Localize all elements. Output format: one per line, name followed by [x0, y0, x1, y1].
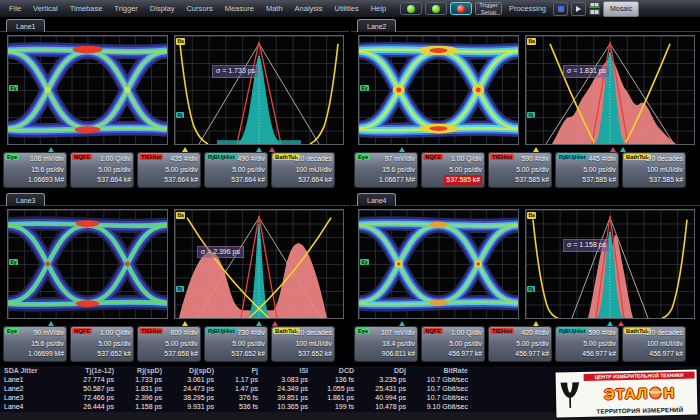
tab-lane3[interactable]: Lane3 — [6, 193, 45, 206]
menu-help[interactable]: Help — [365, 4, 392, 13]
lane2-bathtub-descriptor[interactable]: BathTub 2.0 decades100 mUI/div537.585 k# — [622, 152, 686, 188]
lane4-rjbujhist-descriptor[interactable]: RjBUjHist 590 #/div5.00 ps/div456.977 k# — [555, 326, 619, 362]
eye-diagram-lane3 — [8, 210, 167, 318]
menu-items: File Vertical Timebase Trigger Display C… — [3, 4, 392, 13]
descriptor-label: TIEHist — [490, 328, 514, 334]
menu-measure[interactable]: Measure — [219, 4, 260, 13]
play-button[interactable] — [571, 2, 586, 16]
tab-lane1[interactable]: Lane1 — [6, 19, 45, 32]
sigma-readout: σ = 1.831 ps — [563, 65, 610, 78]
lane2-tiehist-descriptor[interactable]: TIEHist 590 #/div5.00 ps/div537.585 k# — [488, 152, 552, 188]
lane4-nqfe-descriptor[interactable]: NQFE 1.00 Q/div5.00 ps/div456.977 k# — [421, 326, 485, 362]
lane4-jitter-plot[interactable]: Ba Rj σ = 1.158 ps — [525, 209, 695, 319]
lane4-descriptors: Eye 107 mV/div18.4 ps/div906.811 k# NQFE… — [354, 326, 686, 362]
pause-button[interactable] — [553, 2, 568, 16]
lane3-plots: Ey Ba Rj σ = 2.396 ps — [0, 205, 349, 322]
pribor-circle-icon: ПРИБОР — [649, 386, 662, 399]
lane3-jitter-plot[interactable]: Ba Rj σ = 2.396 ps — [174, 209, 344, 319]
lane2-jitter-plot[interactable]: Ba Rj σ = 1.831 ps — [525, 35, 695, 145]
lane4-tiehist-descriptor[interactable]: TIEHist 420 #/div5.00 ps/div456.977 k# — [488, 326, 552, 362]
lane3-eye-plot[interactable]: Ey — [7, 209, 168, 319]
lane1-descriptors: Eye 108 mV/div15.6 ps/div1.06693 M# NQFE… — [3, 152, 335, 188]
tab-lane4[interactable]: Lane4 — [357, 193, 396, 206]
lane3-eye-descriptor[interactable]: Eye 90 mV/div15.6 ps/div1.06699 M# — [3, 326, 67, 362]
bathtub-axis-chip: Ba — [176, 212, 185, 219]
lane3-nqfe-descriptor[interactable]: NQFE 1.00 Q/div5.00 ps/div537.652 k# — [70, 326, 134, 362]
mosaic-label: Mosaic — [610, 5, 632, 12]
tab-label: Lane3 — [16, 197, 35, 204]
eye-diagram-lane1 — [8, 36, 167, 144]
lane1-bathtub-descriptor[interactable]: BathTub 2.0 decades100 mUI/div537.664 k# — [271, 152, 335, 188]
lane3-tiehist-descriptor[interactable]: TIEHist 800 #/div5.00 ps/div537.658 k# — [137, 326, 201, 362]
lane1-plots: Ey Ba Rj σ = 1.733 ps — [0, 31, 349, 148]
green-indicator-icon — [407, 5, 415, 13]
lane1-panel: Lane1 Ey Ba Rj — [0, 19, 349, 191]
toolbar: Trigger Setup Processing Mosaic — [400, 1, 639, 17]
red-indicator-icon — [457, 5, 465, 13]
lane1-nqfe-descriptor[interactable]: NQFE 1.00 Q/div5.00 ps/div537.664 k# — [70, 152, 134, 188]
descriptor-label: TIEHist — [139, 154, 163, 160]
lane2-nqfe-descriptor[interactable]: NQFE 1.00 Q/div5.00 ps/div537.585 k# — [421, 152, 485, 188]
lane3-panel: Lane3 Ey Ba Rj — [0, 193, 349, 365]
play-icon — [576, 6, 581, 12]
lane1-rjbujhist-descriptor[interactable]: RjBUjHist 490 #/div5.00 ps/div537.664 k# — [204, 152, 268, 188]
logo-brand: ЭТАЛ ПРИБОР Н — [584, 385, 695, 402]
lane1-tiehist-descriptor[interactable]: TIEHist 435 #/div5.00 ps/div537.664 k# — [137, 152, 201, 188]
tab-lane2[interactable]: Lane2 — [357, 19, 396, 32]
menu-math[interactable]: Math — [260, 4, 289, 13]
menu-cursors[interactable]: Cursors — [180, 4, 218, 13]
descriptor-label: Eye — [5, 328, 19, 334]
lane2-eye-descriptor[interactable]: Eye 97 mV/div15.6 ps/div1.06677 M# — [354, 152, 418, 188]
lane4-eye-plot[interactable]: Ey — [358, 209, 519, 319]
trigger-setup-button[interactable]: Trigger Setup — [475, 2, 502, 15]
lane4-panel: Lane4 Ey Ba — [351, 193, 700, 365]
menu-display[interactable]: Display — [144, 4, 181, 13]
lane2-eye-plot[interactable]: Ey — [358, 35, 519, 145]
scope-mode-button-2[interactable] — [425, 2, 447, 15]
lane3-rjbujhist-descriptor[interactable]: RjBUjHist 730 #/div5.00 ps/div537.652 k# — [204, 326, 268, 362]
lane1-eye-descriptor[interactable]: Eye 108 mV/div15.6 ps/div1.06693 M# — [3, 152, 67, 188]
rj-axis-chip: Rj — [176, 112, 184, 119]
menu-file[interactable]: File — [3, 4, 27, 13]
descriptor-label: TIEHist — [490, 154, 514, 160]
bathtub-axis-chip: Ba — [527, 212, 536, 219]
bathtub-axis-chip: Ba — [176, 38, 185, 45]
trigger-setup-line2: Setup — [479, 9, 498, 16]
rj-axis-chip: Rj — [527, 112, 535, 119]
descriptor-label: Eye — [356, 328, 370, 334]
eye-diagram-lane4 — [359, 210, 518, 318]
jitter-histogram-lane1 — [175, 36, 343, 144]
lane2-plots: Ey Ba Rj σ = 1.831 ps — [351, 31, 700, 148]
layout-grid-icon — [589, 2, 600, 15]
menu-utilities[interactable]: Utilities — [329, 4, 365, 13]
processing-label: Processing — [505, 4, 550, 13]
menu-trigger[interactable]: Trigger — [108, 4, 143, 13]
eye-axis-chip: Ey — [360, 259, 369, 266]
lane1-jitter-plot[interactable]: Ba Rj σ = 1.733 ps — [174, 35, 344, 145]
menu-vertical[interactable]: Vertical — [27, 4, 64, 13]
menu-analysis[interactable]: Analysis — [289, 4, 329, 13]
descriptor-label: Eye — [356, 154, 370, 160]
menu-timebase[interactable]: Timebase — [64, 4, 109, 13]
sigma-readout: σ = 1.733 ps — [212, 65, 259, 78]
logo-bottom-text: ТЕРРИТОРИЯ ИЗМЕРЕНИЙ — [584, 406, 695, 415]
eye-axis-chip: Ey — [360, 85, 369, 92]
lane2-panel: Lane2 Ey Ba — [351, 19, 700, 191]
lane1-eye-plot[interactable]: Ey — [7, 35, 168, 145]
descriptor-label: NQFE — [423, 154, 443, 160]
lane4-eye-descriptor[interactable]: Eye 107 mV/div18.4 ps/div906.811 k# — [354, 326, 418, 362]
mosaic-button[interactable]: Mosaic — [603, 1, 639, 17]
descriptor-label: TIEHist — [139, 328, 163, 334]
tab-label: Lane2 — [367, 23, 386, 30]
descriptor-label: NQFE — [72, 154, 92, 160]
lane2-rjbujhist-descriptor[interactable]: RjBUjHist 445 #/div5.00 ps/div537.585 k# — [555, 152, 619, 188]
tab-label: Lane1 — [16, 23, 35, 30]
lane4-bathtub-descriptor[interactable]: BathTub 2.0 decades100 mUI/div456.977 k# — [622, 326, 686, 362]
stop-acquisition-button[interactable] — [450, 2, 472, 15]
scope-mode-button-1[interactable] — [400, 2, 422, 15]
jitter-histogram-lane4 — [526, 210, 694, 318]
menu-bar: File Vertical Timebase Trigger Display C… — [0, 0, 700, 18]
lane3-bathtub-descriptor[interactable]: BathTub 2.0 decades100 mUI/div537.652 k# — [271, 326, 335, 362]
logo-top-text: ЦЕНТР ИЗМЕРИТЕЛЬНОЙ ТЕХНИКИ — [584, 372, 695, 381]
trigger-setup-line1: Trigger — [479, 2, 498, 9]
